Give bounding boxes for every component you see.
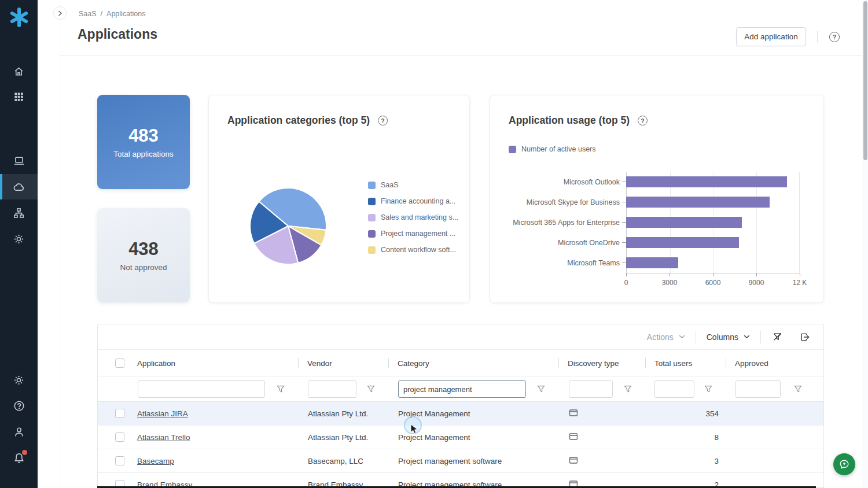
pie-legend-item[interactable]: Content workflow soft...	[368, 246, 458, 254]
total-applications-card[interactable]: 483 Total applications	[97, 95, 190, 189]
column-header-total-users[interactable]: Total users	[645, 350, 726, 376]
filter-funnel-icon[interactable]	[536, 385, 546, 394]
x-axis-tick-label: 9000	[749, 279, 764, 287]
actions-dropdown[interactable]: Actions	[647, 332, 685, 342]
bar-category-label: Microsoft OneDrive	[504, 239, 620, 247]
page-help-icon[interactable]: ?	[829, 32, 840, 42]
total-applications-label: Total applications	[113, 150, 174, 158]
bar[interactable]	[626, 176, 787, 187]
total-users-cell: 354	[645, 409, 726, 418]
x-axis-tick-label: 3000	[662, 279, 678, 287]
categories-pie-chart[interactable]	[248, 186, 329, 267]
legend-label: Project management ...	[381, 230, 455, 238]
row-checkbox[interactable]	[115, 456, 124, 465]
legend-label: Number of active users	[521, 145, 596, 153]
filter-cell-checkbox	[98, 376, 133, 402]
table-row[interactable]: BasecampBasecamp, LLCProject management …	[98, 449, 823, 473]
category-filter-input[interactable]	[398, 380, 526, 398]
sidebar-item-account[interactable]	[0, 419, 38, 445]
chevron-down-icon	[744, 335, 750, 339]
column-header-discovery-type[interactable]: Discovery type	[558, 350, 645, 376]
row-checkbox[interactable]	[115, 409, 124, 418]
discovery-type-filter-input[interactable]	[569, 380, 613, 398]
add-application-button[interactable]: Add application	[736, 27, 806, 46]
filter-funnel-icon[interactable]	[366, 385, 376, 394]
bar-legend: Number of active users	[509, 145, 596, 153]
filter-funnel-icon[interactable]	[704, 385, 713, 394]
scrollbar-thumb[interactable]	[863, 1, 867, 160]
vendor-cell: Basecamp, LLC	[298, 457, 388, 465]
bar-chart-title: Application usage (top 5)	[509, 114, 630, 127]
bar[interactable]	[626, 217, 742, 228]
table-row[interactable]: Atlassian JIRAAtlassian Pty Ltd.Project …	[98, 402, 823, 426]
bar-help-icon[interactable]: ?	[638, 116, 648, 125]
sidebar-item-saas[interactable]	[0, 174, 38, 199]
bar-category-label: Microsoft Teams	[504, 259, 620, 267]
application-categories-card: Application categories (top 5) ? SaaSFin…	[208, 95, 470, 303]
bar-category-label: Microsoft Skype for Business	[504, 198, 620, 206]
total-applications-value: 483	[128, 125, 159, 146]
legend-swatch	[368, 230, 376, 238]
filter-funnel-icon[interactable]	[276, 385, 285, 394]
application-link[interactable]: Basecamp	[137, 457, 174, 465]
columns-dropdown[interactable]: Columns	[707, 332, 750, 342]
bar[interactable]	[626, 237, 739, 248]
table-filter-row	[98, 376, 823, 402]
table-header-row: Application Vendor Category Discovery ty…	[98, 350, 823, 376]
home-icon	[13, 66, 24, 77]
filter-funnel-icon[interactable]	[623, 385, 632, 394]
usage-bar-chart[interactable]: Microsoft OutlookMicrosoft Skype for Bus…	[504, 172, 800, 288]
legend-label: SaaS	[381, 181, 399, 189]
breadcrumb-saas[interactable]: SaaS	[79, 10, 97, 18]
clear-filter-button[interactable]	[771, 331, 783, 343]
sidebar-item-settings[interactable]	[0, 226, 38, 252]
pie-legend-item[interactable]: SaaS	[368, 181, 458, 189]
sidebar-item-admin-settings[interactable]	[0, 367, 38, 393]
application-link[interactable]: Atlassian Trello	[137, 433, 190, 442]
column-header-vendor[interactable]: Vendor	[298, 350, 388, 376]
sidebar-item-notifications[interactable]	[0, 445, 38, 471]
bar[interactable]	[626, 197, 770, 208]
sidebar-item-help[interactable]	[0, 393, 38, 419]
legend-label: Finance accounting a...	[381, 197, 455, 205]
bar-row: Microsoft OneDrive	[504, 232, 800, 253]
column-header-category[interactable]: Category	[388, 350, 558, 376]
category-cell: Project management software	[388, 457, 558, 465]
filter-funnel-icon[interactable]	[793, 385, 803, 394]
sidebar-item-apps[interactable]	[0, 84, 38, 109]
bar[interactable]	[626, 257, 678, 268]
column-header-application[interactable]: Application	[133, 350, 298, 376]
table-row[interactable]: Atlassian TrelloAtlassian Pty Ltd.Projec…	[98, 426, 823, 449]
app-logo-asterisk-icon[interactable]	[8, 6, 30, 28]
application-link[interactable]: Atlassian JIRA	[137, 409, 188, 418]
vendor-filter-input[interactable]	[308, 380, 356, 398]
discovery-type-cell	[558, 456, 645, 467]
sidebar-item-network[interactable]	[0, 200, 38, 225]
application-filter-input[interactable]	[138, 380, 265, 398]
sidebar-expand-button[interactable]	[53, 6, 67, 20]
approved-filter-input[interactable]	[735, 380, 781, 398]
pie-help-icon[interactable]: ?	[378, 116, 388, 125]
column-header-approved[interactable]: Approved	[726, 350, 823, 376]
vendor-cell: Atlassian Pty Ltd.	[298, 433, 388, 442]
axis-tick	[622, 222, 626, 223]
pie-legend-item[interactable]: Sales and marketing s...	[368, 213, 458, 221]
header-rule	[60, 55, 863, 56]
export-button[interactable]	[799, 331, 811, 343]
sidebar-item-home[interactable]	[0, 58, 38, 84]
total-users-cell: 8	[645, 433, 726, 442]
table-toolbar: Actions Columns	[98, 324, 823, 350]
legend-swatch	[368, 182, 376, 189]
select-all-checkbox[interactable]	[115, 358, 124, 368]
total-users-filter-input[interactable]	[654, 380, 694, 398]
sidebar-item-assets[interactable]	[0, 148, 38, 173]
chat-button[interactable]	[833, 453, 855, 475]
row-checkbox[interactable]	[115, 432, 124, 442]
page-title: Applications	[78, 27, 157, 42]
total-users-cell: 3	[645, 457, 726, 465]
pie-legend-item[interactable]: Finance accounting a...	[368, 197, 458, 205]
pie-legend-item[interactable]: Project management ...	[368, 230, 458, 238]
not-approved-value: 438	[128, 239, 159, 260]
bar-row: Microsoft Teams	[504, 253, 800, 273]
not-approved-card[interactable]: 438 Not approved	[97, 208, 190, 302]
